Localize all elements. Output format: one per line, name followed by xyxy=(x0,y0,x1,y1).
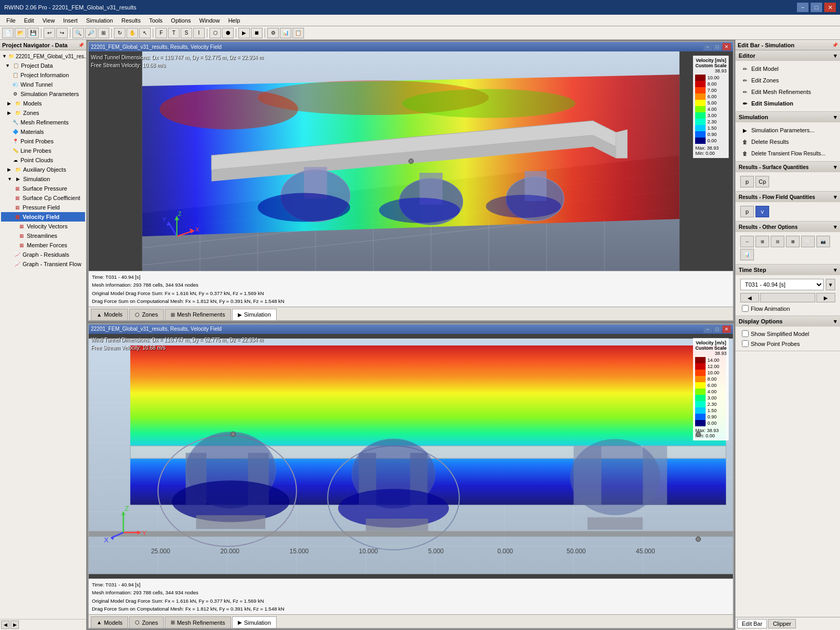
tb-solid[interactable]: ⬢ xyxy=(222,28,234,38)
tb-extra2[interactable]: 📊 xyxy=(280,28,291,38)
timestep-next[interactable]: ▶ xyxy=(816,293,835,302)
vp-bot-restore[interactable]: □ xyxy=(713,326,721,333)
vp-top-restore[interactable]: □ xyxy=(713,43,721,50)
vp-top-close[interactable]: ✕ xyxy=(722,43,731,50)
scroll-left[interactable]: ◀ xyxy=(1,621,9,629)
scroll-right[interactable]: ▶ xyxy=(10,621,19,629)
tree-velocity-vectors[interactable]: ▦ Velocity Vectors xyxy=(1,222,85,231)
tb-view-iso[interactable]: I xyxy=(193,28,205,38)
delete-results-btn[interactable]: 🗑 Delete Results xyxy=(739,136,837,148)
minimize-button[interactable]: − xyxy=(797,3,808,12)
tree-materials[interactable]: 🔷 Materials xyxy=(1,127,85,136)
other-btn-6[interactable]: 📷 xyxy=(816,236,830,247)
drag-handle-center[interactable] xyxy=(408,159,414,164)
menu-options[interactable]: Options xyxy=(167,16,195,25)
edit-simulation-btn[interactable]: ✏ Edit Simulation xyxy=(739,98,837,109)
tree-zones[interactable]: ▶ 📁 Zones xyxy=(1,108,85,118)
tb-select[interactable]: ↖ xyxy=(139,28,151,38)
menu-file[interactable]: File xyxy=(2,16,20,25)
maximize-button[interactable]: □ xyxy=(811,3,822,12)
menu-edit[interactable]: Edit xyxy=(20,16,38,25)
surface-p-btn[interactable]: p xyxy=(740,176,754,187)
tb-stop[interactable]: ⏹ xyxy=(251,28,262,38)
other-btn-2[interactable]: ⊞ xyxy=(755,236,769,247)
tb-zoom-in[interactable]: 🔍 xyxy=(72,28,84,38)
timestep-dropdown[interactable]: T031 - 40.94 [s] xyxy=(740,279,824,290)
tree-surface-cp[interactable]: ▦ Surface Cp Coefficient xyxy=(1,193,85,203)
tb-open[interactable]: 📂 xyxy=(15,28,26,38)
other-btn-4[interactable]: ⊠ xyxy=(786,236,800,247)
tree-models[interactable]: ▶ 📁 Models xyxy=(1,99,85,108)
vp-bot-close[interactable]: ✕ xyxy=(722,326,731,333)
tree-wind-tunnel[interactable]: 💨 Wind Tunnel xyxy=(1,80,85,89)
tb-new[interactable]: 📄 xyxy=(2,28,14,38)
show-point-probes-checkbox[interactable] xyxy=(742,340,749,347)
other-btn-1[interactable]: ↔ xyxy=(740,236,754,247)
edit-mesh-btn[interactable]: ✏ Edit Mesh Refinements xyxy=(739,86,837,98)
tree-simulation[interactable]: ▼ ▶ Simulation xyxy=(1,174,85,184)
tb-view-front[interactable]: F xyxy=(155,28,167,38)
tree-sim-params[interactable]: ⚙ Simulation Parameters xyxy=(1,89,85,99)
tree-auxiliary[interactable]: ▶ 📁 Auxiliary Objects xyxy=(1,165,85,174)
vp-top-tab-simulation[interactable]: ▶ Simulation xyxy=(232,309,277,320)
tree-member-forces[interactable]: ▦ Member Forces xyxy=(1,240,85,250)
menu-view[interactable]: View xyxy=(38,16,59,25)
vp-top-tab-mesh[interactable]: ⊞ Mesh Refinements xyxy=(165,309,231,320)
menu-tools[interactable]: Tools xyxy=(145,16,167,25)
menu-results[interactable]: Results xyxy=(117,16,145,25)
sim-params-btn[interactable]: ▶ Simulation Parameters... xyxy=(739,124,837,136)
timestep-header[interactable]: Time Step ▾ xyxy=(736,265,840,275)
simulation-section-header[interactable]: Simulation ▾ xyxy=(736,112,840,122)
tree-streamlines[interactable]: ▦ Streamlines xyxy=(1,231,85,240)
menu-simulation[interactable]: Simulation xyxy=(82,16,117,25)
tb-extra1[interactable]: ⚙ xyxy=(267,28,279,38)
tb-run[interactable]: ▶ xyxy=(238,28,250,38)
tree-graph-residuals[interactable]: 📈 Graph - Residuals xyxy=(1,250,85,259)
pin-icon[interactable]: 📌 xyxy=(78,43,84,48)
menu-insert[interactable]: Insert xyxy=(59,16,82,25)
edit-bar-pin[interactable]: 📌 xyxy=(832,43,838,48)
flow-v-btn[interactable]: v xyxy=(755,206,769,217)
menu-window[interactable]: Window xyxy=(195,16,224,25)
tree-pressure-field[interactable]: ▦ Pressure Field xyxy=(1,203,85,212)
show-point-probes-row[interactable]: Show Point Probes xyxy=(739,339,837,349)
vp-bot-tab-zones[interactable]: ⬡ Zones xyxy=(129,616,164,628)
tree-graph-transient[interactable]: 📈 Graph - Transient Flow xyxy=(1,259,85,269)
other-options-header[interactable]: Results - Other Options ▾ xyxy=(736,222,840,232)
tree-project-data[interactable]: ▼ 📋 Project Data xyxy=(1,61,85,70)
tree-point-probes[interactable]: 📍 Point Probes xyxy=(1,136,85,146)
tb-zoom-out[interactable]: 🔎 xyxy=(85,28,97,38)
surface-cp-btn[interactable]: Cp xyxy=(755,176,769,187)
viewport-bottom-body[interactable]: Y Z X 25.000 20.000 15.000 10.000 5.000 xyxy=(89,334,733,579)
vp-top-tab-zones[interactable]: ⬡ Zones xyxy=(129,309,164,320)
tb-view-side[interactable]: S xyxy=(181,28,192,38)
tree-line-probes[interactable]: 📏 Line Probes xyxy=(1,146,85,155)
tb-rotate[interactable]: ↻ xyxy=(114,28,125,38)
tb-undo[interactable]: ↩ xyxy=(44,28,55,38)
vp-bot-tab-models[interactable]: ▲ Models xyxy=(91,616,128,628)
edit-model-btn[interactable]: ✏ Edit Model xyxy=(739,63,837,75)
vp-top-tab-models[interactable]: ▲ Models xyxy=(91,309,128,320)
right-tab-editbar[interactable]: Edit Bar xyxy=(737,619,767,628)
show-simplified-checkbox[interactable] xyxy=(742,330,749,337)
close-button[interactable]: ✕ xyxy=(824,3,836,12)
display-options-header[interactable]: Display Options ▾ xyxy=(736,316,840,327)
tb-view-top[interactable]: T xyxy=(168,28,180,38)
vp-top-min[interactable]: − xyxy=(704,43,712,50)
tb-redo[interactable]: ↪ xyxy=(56,28,68,38)
other-btn-7[interactable]: 📊 xyxy=(740,249,754,260)
tree-mesh-ref[interactable]: 🔧 Mesh Refinements xyxy=(1,118,85,127)
flow-p-btn[interactable]: p xyxy=(740,206,754,217)
drag-handle-tr[interactable] xyxy=(696,537,701,542)
tree-project-info[interactable]: 📋 Project Information xyxy=(1,70,85,80)
viewport-top-body[interactable]: X Y Z Wind Tunnel Dimensions: Dx = 110.7… xyxy=(89,51,733,271)
timestep-slider[interactable] xyxy=(760,293,815,302)
tree-root[interactable]: ▼ 📁 22201_FEM_Global_v31_res... xyxy=(1,51,85,61)
tree-velocity-field[interactable]: ▦ Velocity Field xyxy=(1,212,85,222)
tb-extra3[interactable]: 📋 xyxy=(292,28,304,38)
delete-transient-btn[interactable]: 🗑 Delete Transient Flow Results... xyxy=(739,148,837,159)
vp-bot-min[interactable]: − xyxy=(704,326,712,333)
flow-animation-checkbox[interactable] xyxy=(742,305,749,312)
vp-bot-tab-mesh[interactable]: ⊞ Mesh Refinements xyxy=(165,616,231,628)
vp-bot-tab-simulation[interactable]: ▶ Simulation xyxy=(232,616,277,628)
